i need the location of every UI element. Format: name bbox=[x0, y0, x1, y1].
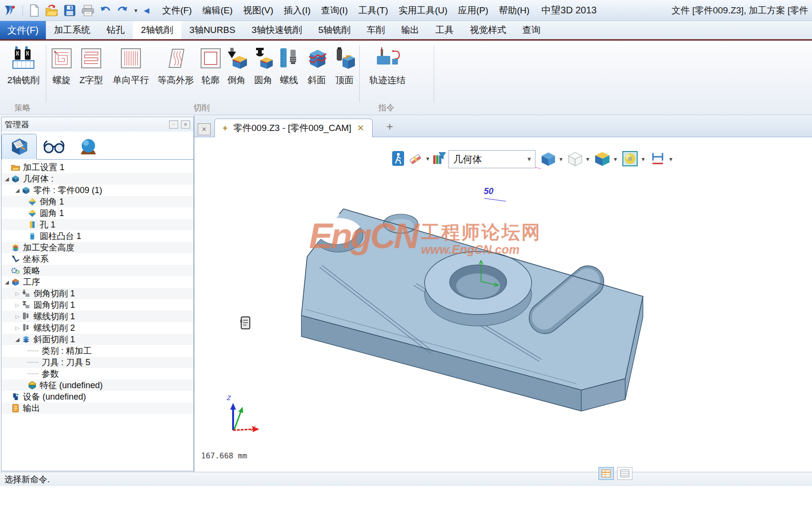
tab-3axis-quick-milling[interactable]: 3轴快速铣削 bbox=[244, 21, 310, 39]
render-mode-dropdown-icon[interactable]: ▼ bbox=[641, 156, 646, 162]
tab-close-icon[interactable]: ✕ bbox=[357, 123, 364, 133]
tree-row-fillet-feature[interactable]: 圆角 1 bbox=[1, 207, 193, 219]
tab-visual-style[interactable]: 视觉样式 bbox=[462, 21, 514, 39]
tree-row-chamfer-op[interactable]: ▷倒角切削 1 bbox=[1, 288, 193, 299]
save-button[interactable] bbox=[64, 4, 76, 17]
undo-button[interactable] bbox=[100, 5, 111, 16]
tree-row-output[interactable]: 输出 bbox=[1, 402, 193, 414]
expand-open-icon[interactable]: ◢ bbox=[3, 279, 11, 285]
tab-5axis-milling[interactable]: 5轴铣削 bbox=[310, 21, 359, 39]
wireframe-view-button[interactable] bbox=[568, 152, 582, 166]
walkthrough-button[interactable] bbox=[392, 151, 404, 166]
erase-button[interactable] bbox=[408, 153, 422, 164]
zigzag-button[interactable]: Z字型 bbox=[76, 43, 106, 87]
panel-close-icon[interactable]: ✕ bbox=[181, 120, 190, 129]
expand-closed-icon[interactable]: ▷ bbox=[14, 302, 21, 308]
menu-applications[interactable]: 应用(P) bbox=[453, 3, 493, 18]
filter-button[interactable] bbox=[432, 152, 446, 165]
tab-output[interactable]: 输出 bbox=[393, 21, 427, 39]
erase-dropdown-icon[interactable]: ▼ bbox=[425, 156, 430, 162]
tab-pin-icon[interactable]: + bbox=[223, 123, 228, 133]
tab-inquire[interactable]: 查询 bbox=[514, 21, 549, 39]
tab-cam-manager[interactable] bbox=[1, 134, 37, 160]
menu-utilities[interactable]: 实用工具(U) bbox=[394, 3, 453, 18]
tab-drilling[interactable]: 钻孔 bbox=[98, 21, 133, 39]
tree-row-chamfer-feature[interactable]: 倒角 1 bbox=[1, 196, 193, 207]
colored-view-button[interactable] bbox=[595, 151, 610, 166]
menu-help[interactable]: 帮助(H) bbox=[493, 3, 534, 18]
redo-button[interactable] bbox=[117, 5, 128, 16]
entity-filter-combo[interactable]: 几何体 ▼ bbox=[449, 150, 535, 168]
shaded-view-button[interactable] bbox=[541, 152, 556, 166]
tree-row-machine[interactable]: 设备 (undefined) bbox=[1, 391, 193, 402]
tree-row-helix-op-1[interactable]: ▷螺线切削 1 bbox=[1, 311, 193, 322]
helix-button[interactable]: 螺线 bbox=[276, 43, 302, 87]
combo-dropdown-icon[interactable]: ▼ bbox=[524, 156, 535, 163]
tree-row-fillet-op[interactable]: ▷圆角切削 1 bbox=[1, 299, 193, 311]
tree-row-helix-op-2[interactable]: ▷螺线切削 2 bbox=[1, 322, 193, 334]
spiral-button[interactable]: 螺旋 bbox=[49, 43, 75, 87]
fillet-cut-button[interactable]: 圆角 bbox=[250, 43, 276, 87]
tab-solid-view[interactable] bbox=[71, 134, 106, 159]
tab-scroll-close-icon[interactable]: ✕ bbox=[198, 123, 211, 135]
menu-edit[interactable]: 编辑(E) bbox=[197, 3, 238, 18]
tab-3axis-nurbs[interactable]: 3轴NURBS bbox=[182, 21, 244, 39]
ribbon-file-tab[interactable]: 文件(F) bbox=[0, 21, 46, 39]
tree-row-frame[interactable]: 坐标系 bbox=[1, 253, 193, 265]
tab-machining-system[interactable]: 加工系统 bbox=[46, 21, 98, 39]
expand-closed-icon[interactable]: ▷ bbox=[14, 314, 21, 320]
tree-row-ramp-op[interactable]: ◢斜面切削 1 bbox=[1, 334, 193, 345]
colored-view-dropdown-icon[interactable]: ▼ bbox=[613, 156, 618, 162]
open-file-button[interactable] bbox=[45, 4, 58, 17]
new-file-button[interactable] bbox=[29, 4, 40, 17]
tab-visibility[interactable] bbox=[37, 134, 71, 159]
status-table-view-button[interactable] bbox=[598, 467, 614, 480]
print-button[interactable] bbox=[81, 4, 95, 17]
tree-row-safe-height[interactable]: 加工安全高度 bbox=[1, 242, 193, 253]
annotation-note-icon[interactable] bbox=[240, 316, 251, 330]
tab-turning[interactable]: 车削 bbox=[359, 21, 393, 39]
top-face-button[interactable]: 顶面 bbox=[331, 43, 357, 87]
dimension-display-button[interactable] bbox=[650, 151, 665, 166]
tab-tools[interactable]: 工具 bbox=[427, 21, 462, 39]
z-level-contour-button[interactable]: 等高外形 bbox=[154, 43, 198, 87]
tree-row-setup[interactable]: 加工设置 1 bbox=[1, 162, 193, 173]
menu-insert[interactable]: 插入(I) bbox=[278, 3, 316, 18]
render-mode-button[interactable] bbox=[622, 151, 638, 166]
tab-2axis-milling[interactable]: 2轴铣削 bbox=[133, 21, 182, 39]
expand-open-icon[interactable]: ◢ bbox=[3, 176, 11, 182]
menu-view[interactable]: 视图(V) bbox=[238, 3, 278, 18]
tree-row-strategy[interactable]: 策略 bbox=[1, 265, 193, 276]
tree-row-tool[interactable]: 刀具 : 刀具 5 bbox=[1, 357, 193, 368]
tree-row-geometry[interactable]: ◢几何体 : bbox=[1, 173, 193, 185]
tree-row-operations[interactable]: ◢工序 bbox=[1, 276, 193, 288]
tree-row-parameters[interactable]: 参数 bbox=[1, 368, 193, 380]
ramp-button[interactable]: 斜面 bbox=[304, 43, 330, 87]
toolpath-link-button[interactable]: 轨迹连结 bbox=[365, 43, 410, 87]
tree-row-class[interactable]: 类别 : 精加工 bbox=[1, 345, 193, 357]
tree-row-part[interactable]: ◢零件 : 零件009 (1) bbox=[1, 185, 193, 196]
qat-dropdown-icon[interactable]: ▼ bbox=[133, 8, 139, 13]
wireframe-view-dropdown-icon[interactable]: ▼ bbox=[585, 156, 590, 162]
expand-closed-icon[interactable]: ▷ bbox=[14, 325, 21, 331]
menu-inquire[interactable]: 查询(I) bbox=[316, 3, 353, 18]
tree-row-feature[interactable]: 特征 (undefined) bbox=[1, 380, 193, 391]
profile-button[interactable]: 轮廓 bbox=[199, 43, 223, 87]
menu-tools[interactable]: 工具(T) bbox=[353, 3, 393, 18]
expand-open-icon[interactable]: ◢ bbox=[14, 336, 21, 343]
collapse-menu-icon[interactable]: ◀ bbox=[144, 6, 150, 15]
2axis-milling-button[interactable]: 2轴铣削 bbox=[3, 43, 44, 87]
chamfer-cut-button[interactable]: 倒角 bbox=[224, 43, 248, 87]
expand-closed-icon[interactable]: ▷ bbox=[14, 291, 21, 297]
viewport[interactable]: EngCN 工程师论坛网 www.EngCN.com ▼ 几何体 ▼ ▼ ▼ bbox=[194, 137, 812, 472]
dimension-display-dropdown-icon[interactable]: ▼ bbox=[668, 156, 673, 162]
one-way-parallel-button[interactable]: 单向平行 bbox=[109, 43, 153, 87]
menu-file[interactable]: 文件(F) bbox=[157, 3, 197, 18]
tree-row-boss[interactable]: 圆柱凸台 1 bbox=[1, 230, 193, 242]
status-list-view-button[interactable] bbox=[617, 467, 632, 480]
expand-open-icon[interactable]: ◢ bbox=[14, 187, 21, 194]
new-tab-icon[interactable]: + bbox=[386, 120, 393, 133]
document-tab[interactable]: + 零件009.Z3 - [零件009_CAM] ✕ bbox=[214, 119, 373, 137]
shaded-view-dropdown-icon[interactable]: ▼ bbox=[558, 156, 564, 162]
panel-restore-icon[interactable]: ▫ bbox=[169, 120, 178, 129]
